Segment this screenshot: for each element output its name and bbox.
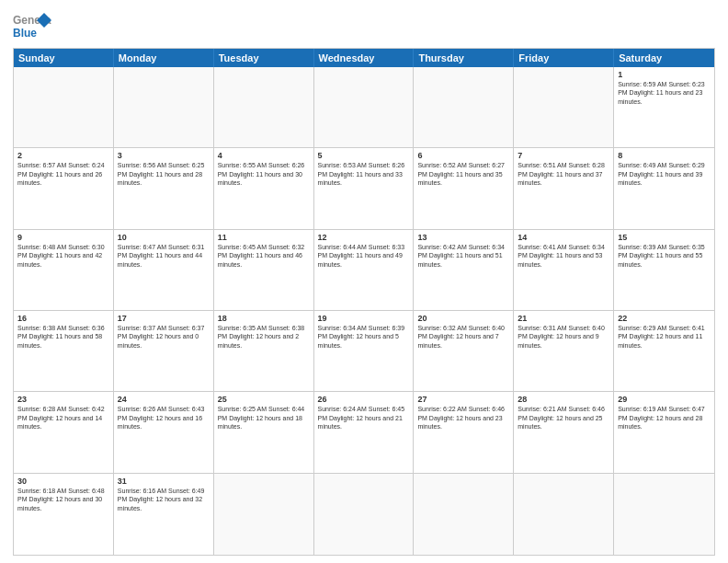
day-header-monday: Monday	[114, 49, 214, 67]
day-info: Sunrise: 6:49 AM Sunset: 6:29 PM Dayligh…	[618, 161, 711, 187]
day-info: Sunrise: 6:28 AM Sunset: 6:42 PM Dayligh…	[17, 405, 109, 431]
day-number: 23	[17, 395, 109, 404]
calendar: SundayMondayTuesdayWednesdayThursdayFrid…	[13, 48, 715, 556]
day-header-wednesday: Wednesday	[314, 49, 415, 67]
day-info: Sunrise: 6:16 AM Sunset: 6:49 PM Dayligh…	[118, 487, 210, 512]
calendar-cell: 2Sunrise: 6:57 AM Sunset: 6:24 PM Daylig…	[14, 148, 114, 228]
day-info: Sunrise: 6:52 AM Sunset: 6:27 PM Dayligh…	[417, 161, 509, 187]
day-info: Sunrise: 6:55 AM Sunset: 6:26 PM Dayligh…	[218, 161, 310, 187]
day-header-sunday: Sunday	[14, 49, 114, 67]
calendar-cell: 17Sunrise: 6:37 AM Sunset: 6:37 PM Dayli…	[114, 311, 214, 391]
day-info: Sunrise: 6:42 AM Sunset: 6:34 PM Dayligh…	[417, 243, 509, 269]
day-info: Sunrise: 6:53 AM Sunset: 6:26 PM Dayligh…	[318, 161, 410, 187]
day-number: 16	[17, 314, 109, 323]
day-info: Sunrise: 6:18 AM Sunset: 6:48 PM Dayligh…	[17, 487, 109, 512]
calendar-cell: 11Sunrise: 6:45 AM Sunset: 6:32 PM Dayli…	[214, 230, 314, 310]
day-number: 28	[518, 395, 609, 404]
calendar-cell: 12Sunrise: 6:44 AM Sunset: 6:33 PM Dayli…	[314, 230, 415, 310]
calendar-cell	[514, 474, 614, 555]
calendar-grid: 1Sunrise: 6:59 AM Sunset: 6:23 PM Daylig…	[14, 67, 714, 555]
day-number: 19	[318, 314, 410, 323]
calendar-cell	[214, 474, 314, 555]
calendar-cell: 27Sunrise: 6:22 AM Sunset: 6:46 PM Dayli…	[414, 392, 514, 472]
calendar-cell: 8Sunrise: 6:49 AM Sunset: 6:29 PM Daylig…	[614, 148, 714, 228]
day-info: Sunrise: 6:25 AM Sunset: 6:44 PM Dayligh…	[218, 405, 310, 431]
day-info: Sunrise: 6:26 AM Sunset: 6:43 PM Dayligh…	[118, 405, 210, 431]
week-row-5: 23Sunrise: 6:28 AM Sunset: 6:42 PM Dayli…	[14, 392, 714, 473]
day-number: 27	[417, 395, 509, 404]
day-number: 18	[218, 314, 310, 323]
day-number: 10	[118, 233, 210, 242]
calendar-cell: 10Sunrise: 6:47 AM Sunset: 6:31 PM Dayli…	[114, 230, 214, 310]
calendar-cell: 14Sunrise: 6:41 AM Sunset: 6:34 PM Dayli…	[514, 230, 614, 310]
day-info: Sunrise: 6:35 AM Sunset: 6:38 PM Dayligh…	[218, 324, 310, 350]
calendar-cell: 15Sunrise: 6:39 AM Sunset: 6:35 PM Dayli…	[614, 230, 714, 310]
day-info: Sunrise: 6:59 AM Sunset: 6:23 PM Dayligh…	[618, 80, 711, 106]
header: General Blue	[13, 11, 715, 44]
week-row-2: 2Sunrise: 6:57 AM Sunset: 6:24 PM Daylig…	[14, 148, 714, 229]
calendar-cell	[614, 474, 714, 555]
day-number: 3	[118, 151, 210, 160]
calendar-page: General Blue SundayMondayTuesdayWednesda…	[0, 0, 728, 563]
day-info: Sunrise: 6:38 AM Sunset: 6:36 PM Dayligh…	[17, 324, 109, 350]
day-info: Sunrise: 6:41 AM Sunset: 6:34 PM Dayligh…	[518, 243, 609, 269]
calendar-cell: 9Sunrise: 6:48 AM Sunset: 6:30 PM Daylig…	[14, 230, 114, 310]
day-info: Sunrise: 6:24 AM Sunset: 6:45 PM Dayligh…	[318, 405, 410, 431]
calendar-cell: 29Sunrise: 6:19 AM Sunset: 6:47 PM Dayli…	[614, 392, 714, 472]
calendar-cell	[14, 67, 114, 147]
day-number: 24	[118, 395, 210, 404]
day-number: 22	[618, 314, 711, 323]
day-number: 17	[118, 314, 210, 323]
calendar-cell	[314, 67, 415, 147]
day-number: 13	[417, 233, 509, 242]
calendar-cell	[414, 474, 514, 555]
day-header-saturday: Saturday	[614, 49, 714, 67]
calendar-cell	[414, 67, 514, 147]
day-info: Sunrise: 6:32 AM Sunset: 6:40 PM Dayligh…	[417, 324, 509, 350]
day-info: Sunrise: 6:56 AM Sunset: 6:25 PM Dayligh…	[118, 161, 210, 187]
day-number: 12	[318, 233, 410, 242]
day-number: 30	[17, 477, 109, 486]
calendar-cell: 22Sunrise: 6:29 AM Sunset: 6:41 PM Dayli…	[614, 311, 714, 391]
day-info: Sunrise: 6:22 AM Sunset: 6:46 PM Dayligh…	[417, 405, 509, 431]
day-info: Sunrise: 6:21 AM Sunset: 6:46 PM Dayligh…	[518, 405, 609, 431]
day-info: Sunrise: 6:29 AM Sunset: 6:41 PM Dayligh…	[618, 324, 711, 350]
day-header-friday: Friday	[514, 49, 614, 67]
calendar-cell	[114, 67, 214, 147]
week-row-6: 30Sunrise: 6:18 AM Sunset: 6:48 PM Dayli…	[14, 474, 714, 555]
day-number: 1	[618, 70, 711, 79]
day-number: 8	[618, 151, 711, 160]
calendar-cell: 13Sunrise: 6:42 AM Sunset: 6:34 PM Dayli…	[414, 230, 514, 310]
calendar-cell: 31Sunrise: 6:16 AM Sunset: 6:49 PM Dayli…	[114, 474, 214, 555]
day-info: Sunrise: 6:51 AM Sunset: 6:28 PM Dayligh…	[518, 161, 609, 187]
day-info: Sunrise: 6:19 AM Sunset: 6:47 PM Dayligh…	[618, 405, 711, 431]
day-number: 26	[318, 395, 410, 404]
calendar-cell: 20Sunrise: 6:32 AM Sunset: 6:40 PM Dayli…	[414, 311, 514, 391]
day-number: 15	[618, 233, 711, 242]
day-number: 21	[518, 314, 609, 323]
day-number: 11	[218, 233, 310, 242]
day-info: Sunrise: 6:48 AM Sunset: 6:30 PM Dayligh…	[17, 243, 109, 269]
calendar-cell: 16Sunrise: 6:38 AM Sunset: 6:36 PM Dayli…	[14, 311, 114, 391]
day-info: Sunrise: 6:39 AM Sunset: 6:35 PM Dayligh…	[618, 243, 711, 269]
svg-text:Blue: Blue	[13, 27, 37, 40]
day-number: 29	[618, 395, 711, 404]
calendar-cell: 24Sunrise: 6:26 AM Sunset: 6:43 PM Dayli…	[114, 392, 214, 472]
calendar-cell: 30Sunrise: 6:18 AM Sunset: 6:48 PM Dayli…	[14, 474, 114, 555]
day-number: 2	[17, 151, 109, 160]
calendar-cell: 1Sunrise: 6:59 AM Sunset: 6:23 PM Daylig…	[614, 67, 714, 147]
day-number: 31	[118, 477, 210, 486]
calendar-cell: 28Sunrise: 6:21 AM Sunset: 6:46 PM Dayli…	[514, 392, 614, 472]
day-number: 5	[318, 151, 410, 160]
week-row-4: 16Sunrise: 6:38 AM Sunset: 6:36 PM Dayli…	[14, 311, 714, 392]
week-row-1: 1Sunrise: 6:59 AM Sunset: 6:23 PM Daylig…	[14, 67, 714, 148]
day-header-thursday: Thursday	[414, 49, 514, 67]
day-headers: SundayMondayTuesdayWednesdayThursdayFrid…	[14, 49, 714, 67]
calendar-cell: 4Sunrise: 6:55 AM Sunset: 6:26 PM Daylig…	[214, 148, 314, 228]
calendar-cell: 23Sunrise: 6:28 AM Sunset: 6:42 PM Dayli…	[14, 392, 114, 472]
calendar-cell	[514, 67, 614, 147]
day-info: Sunrise: 6:34 AM Sunset: 6:39 PM Dayligh…	[318, 324, 410, 350]
day-info: Sunrise: 6:37 AM Sunset: 6:37 PM Dayligh…	[118, 324, 210, 350]
calendar-cell: 6Sunrise: 6:52 AM Sunset: 6:27 PM Daylig…	[414, 148, 514, 228]
logo: General Blue	[13, 11, 51, 44]
